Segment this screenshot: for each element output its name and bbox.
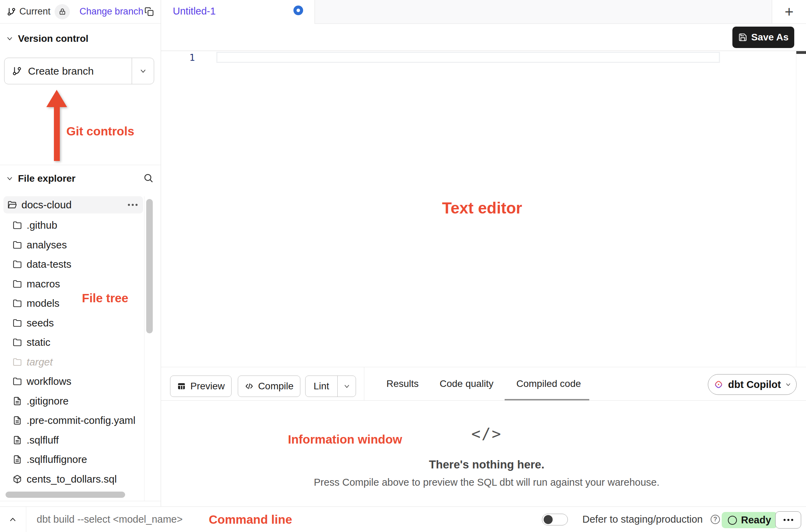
annotation-git-controls: Git controls: [66, 124, 134, 138]
save-as-button[interactable]: Save As: [732, 27, 794, 48]
folder-icon: [13, 279, 22, 288]
editor-scrollbar-thumb[interactable]: [796, 51, 806, 54]
more-options-button[interactable]: [775, 511, 801, 529]
dbt-logo-icon: [713, 379, 724, 390]
defer-toggle[interactable]: [542, 514, 568, 525]
table-icon: [177, 382, 186, 391]
tree-scrollbar-track: [144, 196, 144, 501]
command-bar: dbt build --select <model_name> Command …: [0, 506, 806, 532]
new-tab-button[interactable]: +: [772, 0, 806, 24]
annotation-information-window: Information window: [288, 433, 402, 446]
lint-split-button: Lint: [305, 376, 356, 397]
ellipsis-icon: [784, 519, 786, 521]
tab-strip-empty: [315, 0, 772, 24]
tab-compiled-code[interactable]: Compiled code: [516, 367, 581, 400]
unsaved-indicator-icon: [293, 6, 303, 15]
compile-button[interactable]: Compile: [238, 376, 300, 397]
active-tab-underline: [505, 399, 589, 400]
copy-branch-icon[interactable]: [144, 7, 154, 16]
editor-toolbar: Preview Compile Lint Results Code qualit…: [161, 367, 806, 401]
branch-lock-badge: [55, 4, 70, 19]
tree-row-data-tests[interactable]: data-tests: [0, 255, 144, 274]
file-explorer-header[interactable]: File explorer: [6, 173, 76, 184]
tree-row-target[interactable]: target: [0, 352, 144, 372]
change-branch-link[interactable]: Change branch: [79, 6, 143, 17]
tree-scrollbar-thumb[interactable]: [146, 199, 153, 333]
cube-icon: [13, 475, 22, 484]
annotation-command-line: Command line: [209, 507, 292, 532]
tree-row--pre-commit-config-yaml[interactable]: .pre-commit-config.yaml: [0, 411, 144, 430]
tree-row-analyses[interactable]: analyses: [0, 235, 144, 255]
file-tree: .githubanalysesdata-testsmacrosmodelssee…: [0, 216, 144, 489]
file-icon: [13, 397, 22, 406]
dbt-ide-window: Current Change branch Version control Cr…: [0, 0, 806, 532]
folder-icon: [13, 260, 22, 269]
tree-row-static[interactable]: static: [0, 333, 144, 352]
folder-icon: [13, 299, 22, 308]
tree-row--sqlfluffignore[interactable]: .sqlfluffignore: [0, 450, 144, 469]
tree-row-root[interactable]: docs-cloud: [3, 196, 143, 213]
folder-icon: [13, 358, 22, 367]
version-control-header[interactable]: Version control: [6, 33, 88, 44]
tree-row-workflows[interactable]: workflows: [0, 372, 144, 391]
folder-icon: [13, 221, 22, 230]
tree-hscrollbar-thumb[interactable]: [6, 492, 125, 498]
dbt-copilot-button[interactable]: dbt Copilot: [708, 374, 797, 395]
create-branch-dropdown[interactable]: [132, 58, 154, 84]
tab-results[interactable]: Results: [386, 367, 419, 400]
create-branch-main[interactable]: Create branch: [4, 58, 132, 84]
editor-current-line[interactable]: [216, 52, 720, 63]
toggle-knob: [544, 515, 553, 524]
root-folder-label: docs-cloud: [21, 199, 72, 211]
status-circle-icon: [728, 516, 737, 525]
toolbar-divider: [364, 367, 364, 400]
git-status-header: Current Change branch: [0, 0, 161, 23]
save-icon: [738, 33, 747, 42]
folder-menu-icon[interactable]: [128, 204, 138, 206]
defer-label: Defer to staging/production: [582, 507, 703, 532]
folder-icon: [13, 338, 22, 347]
tree-row-seeds[interactable]: seeds: [0, 313, 144, 333]
info-panel-subtitle: Press Compile above to preview the SQL d…: [314, 477, 659, 488]
chevron-down-icon: [6, 175, 13, 182]
sidebar-bottom-divider: [0, 501, 161, 501]
tree-row--github[interactable]: .github: [0, 216, 144, 235]
file-icon: [13, 416, 22, 425]
folder-open-icon: [8, 200, 17, 210]
chevron-up-icon[interactable]: [8, 515, 17, 524]
annotation-text-editor: Text editor: [442, 199, 522, 217]
tree-row-cents-to-dollars-sql[interactable]: cents_to_dollars.sql: [0, 469, 144, 489]
tab-code-quality[interactable]: Code quality: [440, 367, 494, 400]
lint-button[interactable]: Lint: [306, 376, 337, 397]
folder-icon: [13, 319, 22, 327]
folder-icon: [13, 377, 22, 386]
preview-button[interactable]: Preview: [170, 376, 232, 397]
command-input[interactable]: dbt build --select <model_name>: [37, 507, 182, 532]
status-label: Ready: [741, 514, 771, 526]
chevron-down-icon: [344, 383, 350, 390]
status-badge[interactable]: Ready: [722, 512, 777, 528]
annotation-file-tree: File tree: [82, 291, 128, 305]
folder-icon: [13, 240, 22, 249]
file-search-icon[interactable]: [143, 173, 153, 183]
help-icon[interactable]: ?: [711, 515, 720, 524]
chevron-down-icon: [785, 382, 791, 388]
editor-scrollbar-track: [796, 51, 796, 367]
tree-row--sqlfluff[interactable]: .sqlfluff: [0, 430, 144, 450]
lint-dropdown[interactable]: [338, 376, 356, 397]
tab-untitled-1[interactable]: Untitled-1: [161, 0, 315, 24]
code-icon: [245, 382, 254, 391]
sidebar: Current Change branch Version control Cr…: [0, 0, 161, 506]
line-number: 1: [185, 52, 199, 63]
create-branch-button[interactable]: Create branch: [4, 58, 154, 84]
save-as-label: Save As: [751, 32, 789, 43]
tree-row-macros[interactable]: macros: [0, 274, 144, 294]
code-icon: </>: [471, 425, 502, 443]
tab-title: Untitled-1: [173, 6, 216, 17]
compile-label: Compile: [258, 381, 294, 392]
create-branch-label: Create branch: [28, 65, 94, 77]
chevron-down-icon: [6, 35, 13, 42]
version-control-title: Version control: [18, 33, 88, 44]
file-icon: [13, 436, 22, 445]
tree-row--gitignore[interactable]: .gitignore: [0, 391, 144, 411]
